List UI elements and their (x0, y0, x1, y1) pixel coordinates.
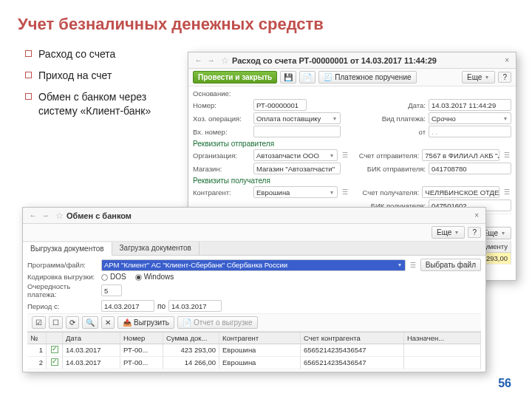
edit-icon[interactable]: ☰ (341, 151, 349, 159)
more-label: Еще (467, 73, 482, 81)
date-from-field[interactable]: 14.03.2017 (101, 300, 154, 312)
favorite-icon[interactable]: ☆ (55, 211, 64, 221)
post-and-close-button[interactable]: Провести и закрыть (193, 71, 277, 83)
in-number-field[interactable] (253, 126, 341, 137)
number-label: Номер: (193, 101, 250, 109)
send-acc-value: 7567 в ФИЛИАЛ АКБ "ЛЕГИ" (425, 151, 499, 160)
bullet-item: Обмен с банком через систему «Клиент-бан… (25, 90, 180, 118)
grid-header: № Дата Номер Сумма док... Контрагент Сче… (27, 332, 481, 344)
col-account[interactable]: Счет контрагента (301, 332, 404, 344)
col-check[interactable] (47, 332, 63, 344)
titlebar: ← → ☆ Обмен с банком × (23, 208, 485, 224)
col-num[interactable]: Номер (120, 332, 163, 344)
back-icon[interactable]: ← (193, 55, 204, 66)
edit-icon[interactable]: ☰ (341, 188, 349, 196)
close-icon[interactable]: × (502, 56, 511, 64)
number-field[interactable]: РТ-00000001 (253, 99, 307, 111)
store-label: Магазин: (193, 165, 250, 173)
forward-icon[interactable]: → (205, 55, 216, 66)
program-label: Программа/файл: (27, 261, 98, 269)
paytype-field[interactable]: Срочно▾ (429, 112, 511, 124)
chevron-down-icon[interactable]: ▾ (329, 189, 335, 196)
bullet-item: Приход на счет (25, 69, 180, 83)
cell-purpose (404, 357, 481, 369)
page-number: 56 (498, 377, 511, 390)
cell-num: РТ-00... (120, 357, 163, 369)
send-acc-field[interactable]: 7567 в ФИЛИАЛ АКБ "ЛЕГИ"▾ (422, 149, 499, 161)
col-n[interactable]: № (27, 332, 47, 344)
chevron-down-icon[interactable]: ▾ (332, 115, 338, 122)
radio-windows[interactable]: Windows (135, 273, 174, 281)
close-icon[interactable]: × (472, 211, 481, 219)
payment-order-button[interactable]: 🧾Платежное поручение (318, 71, 416, 83)
table-row[interactable]: 1 14.03.2017 РТ-00... 423 293,00 Еврошин… (27, 344, 481, 357)
cell-n: 2 (27, 357, 47, 369)
edit-icon[interactable]: ☰ (409, 262, 417, 269)
program-field[interactable]: АРМ "Клиент" АС "Клиент-Сбербанк" Сберба… (101, 259, 406, 271)
help-button[interactable]: ? (468, 227, 481, 238)
tab-upload[interactable]: Выгрузка документов (23, 242, 112, 256)
favorite-icon[interactable]: ☆ (221, 55, 229, 66)
bik-send-field[interactable]: 041708780 (429, 163, 511, 174)
period-to-label: по (157, 302, 166, 310)
cell-check[interactable] (47, 357, 63, 369)
checkbox-icon[interactable] (51, 346, 58, 353)
post-button[interactable]: 📄 (299, 71, 316, 83)
operation-field[interactable]: Оплата поставщику▾ (253, 112, 341, 124)
radio-dos[interactable]: DOS (101, 273, 126, 281)
tab-download[interactable]: Загрузка документов (112, 242, 200, 255)
date-to-field[interactable]: 14.03.2017 (168, 300, 222, 312)
cell-account: 6565214235436547 (301, 344, 404, 356)
cell-contragent: Еврошина (219, 357, 301, 369)
checkbox-icon[interactable] (51, 358, 58, 366)
cell-sum: 14 266,00 (163, 357, 219, 369)
save-button[interactable]: 💾 (280, 71, 296, 83)
col-purpose[interactable]: Назначен... (404, 332, 481, 344)
uncheck-all-button[interactable]: ☐ (49, 316, 63, 329)
report-button[interactable]: 📄Отчет о выгрузке (177, 316, 258, 329)
more-button[interactable]: Еще▾ (432, 226, 465, 239)
store-field[interactable]: Магазин "Автозапчасти" (253, 163, 341, 174)
date-field[interactable]: 14.03.2017 11:44:29 (429, 99, 511, 111)
program-value: АРМ "Клиент" АС "Клиент-Сбербанк" Сберба… (104, 261, 287, 269)
store-value: Магазин "Автозапчасти" (256, 165, 335, 173)
export-button[interactable]: 📤Выгрузить (117, 316, 174, 329)
chevron-down-icon[interactable]: ▾ (502, 115, 508, 122)
find-button[interactable]: 🔍 (82, 316, 98, 329)
more-button[interactable]: Еще▾ (462, 71, 495, 83)
bik-send-label: БИК отправителя: (359, 165, 426, 173)
back-icon[interactable]: ← (27, 210, 38, 221)
cell-num: РТ-00... (120, 344, 163, 356)
edit-icon[interactable]: ☰ (502, 188, 511, 196)
help-button[interactable]: ? (498, 72, 511, 83)
edit-icon[interactable]: ☰ (502, 151, 511, 159)
in-from-field[interactable]: . . (429, 126, 511, 137)
order-field[interactable]: 5 (101, 284, 122, 296)
cell-check[interactable] (47, 344, 63, 356)
clear-find-button[interactable]: ✕ (101, 316, 115, 329)
col-date[interactable]: Дата (63, 332, 120, 344)
org-field[interactable]: Автозапчасти ООО▾ (253, 149, 338, 161)
payment-order-label: Платежное поручение (335, 73, 411, 81)
recv-acc-field[interactable]: ЧЕЛЯБИНСКОЕ ОТДЕЛЕНИЕ▾ (422, 186, 499, 198)
bullet-text: Обмен с банком через систему «Клиент-бан… (38, 90, 180, 118)
titlebar: ← → ☆ Расход со счета РТ-00000001 от 14.… (188, 52, 516, 69)
chevron-down-icon[interactable]: ▾ (329, 152, 335, 159)
choose-file-button[interactable]: Выбрать файл (420, 259, 481, 271)
chevron-down-icon[interactable]: ▾ (397, 262, 403, 268)
contragent-field[interactable]: Еврошина▾ (253, 186, 338, 198)
col-sum[interactable]: Сумма док... (163, 332, 219, 344)
table-row[interactable]: 2 14.03.2017 РТ-00... 14 266,00 Еврошина… (27, 357, 481, 369)
forward-icon[interactable]: → (40, 210, 51, 221)
operation-value: Оплата поставщику (256, 115, 321, 123)
org-value: Автозапчасти ООО (256, 151, 319, 160)
more-label: Еще (437, 228, 451, 236)
check-all-button[interactable]: ☑ (32, 316, 46, 329)
org-label: Организация: (193, 151, 250, 160)
col-contragent[interactable]: Контрагент (219, 332, 301, 344)
refresh-button[interactable]: ⟳ (66, 316, 79, 329)
section-sender: Реквизиты отправителя (193, 140, 511, 148)
paytype-label: Вид платежа: (359, 115, 426, 123)
section-recipient: Реквизиты получателя (193, 177, 511, 185)
bullet-marker (25, 72, 32, 78)
